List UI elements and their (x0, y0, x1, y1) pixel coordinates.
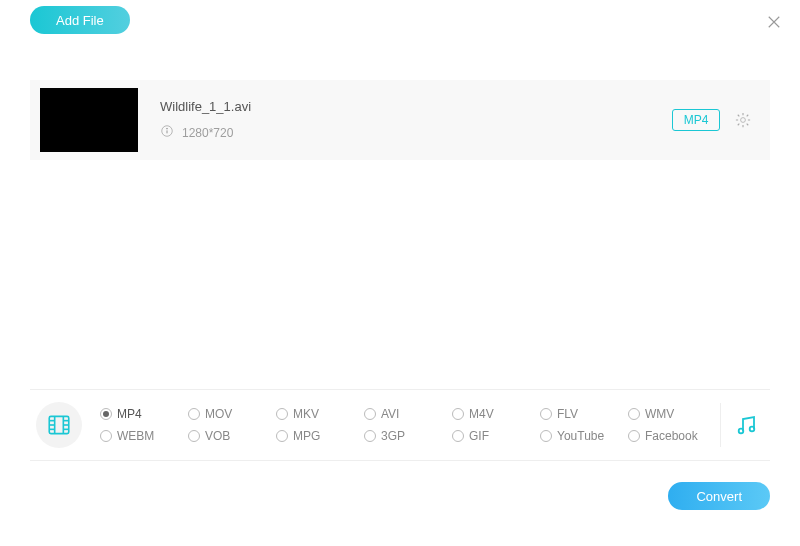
file-info: Wildlife_1_1.avi 1280*720 (160, 99, 672, 141)
format-option-gif[interactable]: GIF (452, 429, 534, 443)
gear-icon (734, 111, 752, 129)
format-option-webm[interactable]: WEBM (100, 429, 182, 443)
radio-icon (452, 408, 464, 420)
settings-button[interactable] (734, 111, 752, 129)
format-option-label: MKV (293, 407, 319, 421)
format-option-label: GIF (469, 429, 489, 443)
svg-point-3 (741, 118, 746, 123)
radio-icon (364, 408, 376, 420)
format-option-label: AVI (381, 407, 399, 421)
file-list-item: Wildlife_1_1.avi 1280*720 MP4 (30, 80, 770, 160)
format-option-label: WMV (645, 407, 674, 421)
format-option-flv[interactable]: FLV (540, 407, 622, 421)
radio-icon (188, 430, 200, 442)
add-file-button[interactable]: Add File (30, 6, 130, 34)
radio-icon (100, 408, 112, 420)
audio-tab-button[interactable] (720, 403, 770, 447)
format-option-label: Facebook (645, 429, 698, 443)
format-option-label: WEBM (117, 429, 154, 443)
svg-point-13 (738, 429, 743, 434)
radio-icon (628, 430, 640, 442)
format-option-mpg[interactable]: MPG (276, 429, 358, 443)
radio-icon (276, 408, 288, 420)
music-icon (734, 413, 758, 437)
output-format-button[interactable]: MP4 (672, 109, 720, 131)
radio-icon (100, 430, 112, 442)
format-option-label: M4V (469, 407, 494, 421)
format-grid: MP4MOVMKVAVIM4VFLVWMVWEBMVOBMPG3GPGIFYou… (100, 407, 710, 443)
svg-point-2 (167, 128, 168, 129)
format-option-label: MPG (293, 429, 320, 443)
format-option-mkv[interactable]: MKV (276, 407, 358, 421)
close-button[interactable] (764, 12, 784, 32)
info-icon[interactable] (160, 124, 174, 141)
format-option-facebook[interactable]: Facebook (628, 429, 710, 443)
film-icon (46, 412, 72, 438)
format-option-label: 3GP (381, 429, 405, 443)
svg-point-14 (749, 427, 754, 432)
format-option-label: FLV (557, 407, 578, 421)
radio-icon (188, 408, 200, 420)
file-name: Wildlife_1_1.avi (160, 99, 672, 114)
format-option-mov[interactable]: MOV (188, 407, 270, 421)
format-option-label: MOV (205, 407, 232, 421)
radio-icon (540, 430, 552, 442)
convert-button[interactable]: Convert (668, 482, 770, 510)
video-tab-button[interactable] (36, 402, 82, 448)
video-thumbnail[interactable] (40, 88, 138, 152)
radio-icon (364, 430, 376, 442)
radio-icon (276, 430, 288, 442)
format-option-label: MP4 (117, 407, 142, 421)
format-option-wmv[interactable]: WMV (628, 407, 710, 421)
format-selection-bar: MP4MOVMKVAVIM4VFLVWMVWEBMVOBMPG3GPGIFYou… (30, 389, 770, 461)
format-option-m4v[interactable]: M4V (452, 407, 534, 421)
format-option-vob[interactable]: VOB (188, 429, 270, 443)
format-option-label: YouTube (557, 429, 604, 443)
radio-icon (452, 430, 464, 442)
format-option-avi[interactable]: AVI (364, 407, 446, 421)
format-option-3gp[interactable]: 3GP (364, 429, 446, 443)
format-option-mp4[interactable]: MP4 (100, 407, 182, 421)
format-option-label: VOB (205, 429, 230, 443)
file-resolution: 1280*720 (182, 126, 233, 140)
file-meta: 1280*720 (160, 124, 672, 141)
radio-icon (540, 408, 552, 420)
format-option-youtube[interactable]: YouTube (540, 429, 622, 443)
radio-icon (628, 408, 640, 420)
close-icon (765, 13, 783, 31)
